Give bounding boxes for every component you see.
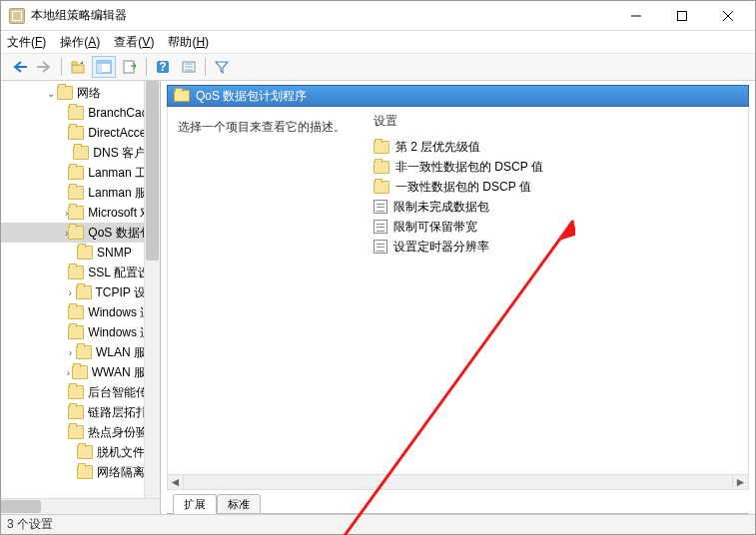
tree-node[interactable]: ›Microsoft 对等网络服务 xyxy=(1,203,160,223)
menu-help[interactable]: 帮助(H) xyxy=(168,34,209,51)
svg-rect-5 xyxy=(97,64,102,73)
tree-node[interactable]: ›Lanman 服务器 xyxy=(1,183,160,203)
folder-icon xyxy=(76,345,92,359)
menubar: 文件(F) 操作(A) 查看(V) 帮助(H) xyxy=(1,31,755,53)
description-text: 选择一个项目来查看它的描述。 xyxy=(178,119,358,136)
status-bar: 3 个设置 xyxy=(1,514,755,534)
folder-icon xyxy=(68,266,84,279)
item-label: 非一致性数据包的 DSCP 值 xyxy=(395,159,543,176)
export-list-button[interactable] xyxy=(118,56,142,78)
tree-node[interactable]: ›Windows 连接立即连接 xyxy=(1,322,160,342)
content-header-title: QoS 数据包计划程序 xyxy=(196,88,307,105)
folder-icon xyxy=(68,325,84,339)
folder-icon xyxy=(76,285,92,299)
maximize-button[interactable] xyxy=(659,1,705,31)
tree-label: SNMP xyxy=(97,246,132,260)
close-button[interactable] xyxy=(705,1,751,31)
tree-node[interactable]: ›后台智能传输服务 (BITS) xyxy=(1,382,160,402)
chevron-right-icon[interactable]: › xyxy=(65,347,76,358)
settings-policy-item[interactable]: 限制未完成数据包 xyxy=(374,197,742,217)
chevron-down-icon[interactable]: ⌄ xyxy=(45,88,57,99)
svg-rect-2 xyxy=(72,62,77,65)
tree-node[interactable]: ›网络隔离 xyxy=(1,462,160,482)
chevron-right-icon[interactable]: › xyxy=(65,287,76,298)
settings-folder-item[interactable]: 第 2 层优先级值 xyxy=(374,137,742,157)
tree-vscrollbar[interactable] xyxy=(144,81,160,498)
folder-icon xyxy=(77,445,93,459)
tree-node[interactable]: ›Lanman 工作站 xyxy=(1,163,160,183)
tree-node[interactable]: ›TCPIP 设置 xyxy=(1,282,160,302)
folder-icon xyxy=(68,226,84,240)
folder-icon xyxy=(68,206,84,220)
tree-node[interactable]: ›DNS 客户端 xyxy=(1,143,160,163)
item-label: 设置定时器分辨率 xyxy=(393,239,489,256)
policy-icon xyxy=(374,220,387,234)
folder-open-icon xyxy=(174,90,190,102)
forward-button[interactable] xyxy=(33,56,57,78)
tree-node-root[interactable]: ⌄网络 xyxy=(1,83,160,103)
window-title: 本地组策略编辑器 xyxy=(31,7,613,24)
status-text: 3 个设置 xyxy=(7,516,53,533)
settings-folder-item[interactable]: 一致性数据包的 DSCP 值 xyxy=(374,177,742,197)
tree-node[interactable]: ›链路层拓扑发现 xyxy=(1,402,160,422)
tab-extended[interactable]: 扩展 xyxy=(173,494,217,514)
content-hscrollbar[interactable]: ◄ ► xyxy=(167,474,749,490)
tree-node[interactable]: ›Windows 连接管理器 xyxy=(1,302,160,322)
folder-icon xyxy=(374,181,389,194)
tree-node[interactable]: ›脱机文件 xyxy=(1,442,160,462)
policy-icon xyxy=(374,240,387,254)
settings-column-header[interactable]: 设置 xyxy=(368,107,748,135)
svg-rect-1 xyxy=(72,65,84,73)
settings-policy-item[interactable]: 限制可保留带宽 xyxy=(374,217,742,237)
folder-icon xyxy=(374,141,389,154)
scroll-left-icon[interactable]: ◄ xyxy=(168,475,184,489)
tree-hscrollbar[interactable] xyxy=(1,498,160,514)
content-header: QoS 数据包计划程序 xyxy=(167,85,749,107)
menu-file[interactable]: 文件(F) xyxy=(7,34,46,51)
folder-icon xyxy=(68,425,84,439)
policy-icon xyxy=(374,200,387,214)
scroll-right-icon[interactable]: ► xyxy=(732,475,748,489)
tree-node[interactable]: ›WLAN 服务 xyxy=(1,342,160,362)
folder-icon xyxy=(68,126,84,140)
folder-icon xyxy=(57,86,73,100)
folder-icon xyxy=(68,305,84,319)
tree-node[interactable]: ›SNMP xyxy=(1,243,160,263)
folder-icon xyxy=(68,166,84,180)
folder-icon xyxy=(68,106,84,120)
folder-icon xyxy=(68,186,84,200)
svg-rect-4 xyxy=(97,61,111,64)
folder-icon xyxy=(68,385,84,399)
folder-icon xyxy=(77,465,93,479)
view-tabs: 扩展 标准 xyxy=(167,492,749,514)
titlebar: 本地组策略编辑器 xyxy=(1,1,755,31)
menu-action[interactable]: 操作(A) xyxy=(60,34,100,51)
folder-icon xyxy=(374,161,389,174)
show-hide-tree-button[interactable] xyxy=(92,56,116,78)
back-button[interactable] xyxy=(7,56,31,78)
tree-node[interactable]: ›BranchCache xyxy=(1,103,160,123)
tree-label: 网络 xyxy=(77,85,101,102)
tree-node[interactable]: ›DirectAccess 客户端体验设置 xyxy=(1,123,160,143)
settings-policy-item[interactable]: 设置定时器分辨率 xyxy=(374,237,742,257)
nav-tree: ⌄网络›BranchCache›DirectAccess 客户端体验设置›DNS… xyxy=(1,81,161,514)
tab-standard[interactable]: 标准 xyxy=(217,494,261,514)
tree-node[interactable]: ›SSL 配置设置 xyxy=(1,263,160,282)
app-icon xyxy=(9,8,25,24)
refresh-button[interactable] xyxy=(177,56,201,78)
tree-node[interactable]: ›WWAN 服务 xyxy=(1,362,160,382)
settings-folder-item[interactable]: 非一致性数据包的 DSCP 值 xyxy=(374,157,742,177)
help-button[interactable]: ? xyxy=(151,56,175,78)
tree-node[interactable]: ›QoS 数据包计划程序 xyxy=(1,223,160,243)
tree-node[interactable]: ›热点身份验证 xyxy=(1,422,160,442)
filter-button[interactable] xyxy=(210,56,234,78)
item-label: 限制可保留带宽 xyxy=(393,219,477,236)
chevron-right-icon[interactable]: › xyxy=(65,367,72,378)
folder-icon xyxy=(68,405,84,419)
up-button[interactable] xyxy=(66,56,90,78)
svg-rect-0 xyxy=(678,11,687,20)
folder-icon xyxy=(73,146,89,160)
menu-view[interactable]: 查看(V) xyxy=(114,34,154,51)
minimize-button[interactable] xyxy=(613,1,659,31)
app-window: 本地组策略编辑器 文件(F) 操作(A) 查看(V) 帮助(H) ? xyxy=(0,0,756,535)
